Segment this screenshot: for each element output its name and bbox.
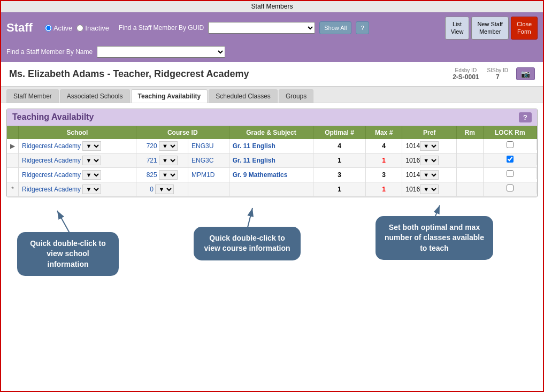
course-id-cell: 0 ▼: [136, 182, 188, 196]
table-row: Ridgecrest Academy ▼ 721 ▼ ENG3C Gr. 11 …: [7, 153, 537, 167]
staff-name-bar: Ms. Elizabeth Adams - Teacher, Ridgecres…: [1, 62, 543, 87]
grade-subject-cell: [229, 182, 313, 196]
optimal-cell: 1: [313, 182, 366, 196]
pref-select[interactable]: ▼: [420, 141, 439, 151]
school-link[interactable]: Ridgecrest Academy: [22, 186, 81, 193]
svg-line-0: [57, 211, 71, 235]
course-code-cell: ENG3C: [188, 153, 229, 167]
school-cell: Ridgecrest Academy ▼: [19, 153, 136, 167]
rm-header: Rm: [457, 126, 483, 139]
pref-cell: 1014▼: [402, 139, 457, 153]
row-indicator: *: [7, 182, 19, 196]
new-staff-button[interactable]: New StaffMember: [471, 17, 509, 40]
max-cell: 1: [365, 182, 402, 196]
school-select[interactable]: ▼: [82, 170, 101, 180]
rm-cell: [457, 182, 483, 196]
indicator-col: [7, 126, 19, 139]
table-body: ▶ Ridgecrest Academy ▼ 720 ▼ ENG3U Gr. 1…: [7, 139, 537, 197]
school-select[interactable]: ▼: [82, 156, 101, 165]
pref-header: Pref: [402, 126, 457, 139]
grade-subject-header: Grade & Subject: [229, 126, 313, 139]
right-buttons: ListView New StaffMember CloseForm: [445, 17, 538, 40]
pref-select[interactable]: ▼: [420, 170, 439, 180]
lock-checkbox[interactable]: [507, 141, 514, 148]
tooltip-school: Quick double-click to view school inform…: [17, 232, 119, 276]
tab-staff-member[interactable]: Staff Member: [6, 89, 59, 103]
lock-checkbox[interactable]: [507, 170, 514, 177]
teaching-help-button[interactable]: ?: [519, 112, 532, 122]
main-content: Teaching Availabilty ? School Course ID …: [1, 103, 543, 391]
photo-button[interactable]: 📷: [516, 67, 535, 80]
course-id-header: Course ID: [136, 126, 229, 139]
optimal-cell: 1: [313, 153, 366, 167]
title-bar: Staff Members: [1, 1, 543, 12]
tooltip-optimal: Set both optimal and max number of class…: [376, 216, 493, 260]
close-form-button[interactable]: CloseForm: [511, 17, 538, 40]
inactive-radio[interactable]: [76, 25, 83, 32]
find-name-select[interactable]: [97, 46, 225, 58]
optimal-cell: 3: [313, 167, 366, 182]
show-all-button[interactable]: Show All: [319, 21, 351, 34]
sisby-id-label: SISby ID: [487, 67, 508, 73]
staff-name: Ms. Elizabeth Adams - Teacher, Ridgecres…: [9, 68, 249, 80]
school-select[interactable]: ▼: [82, 185, 101, 194]
school-cell: Ridgecrest Academy ▼: [19, 139, 136, 153]
school-link[interactable]: Ridgecrest Academy: [22, 171, 81, 179]
table-header: School Course ID Grade & Subject Optimal…: [7, 126, 537, 139]
active-radio-label[interactable]: Active: [45, 24, 72, 32]
table-row: * Ridgecrest Academy ▼ 0 ▼ 1 1 1016▼: [7, 182, 537, 196]
grade-subject-cell: Gr. 11 English: [229, 139, 313, 153]
tab-scheduled-classes[interactable]: Scheduled Classes: [209, 89, 278, 103]
school-select[interactable]: ▼: [82, 141, 101, 151]
find-guid-select[interactable]: [208, 22, 315, 34]
pref-select[interactable]: ▼: [420, 156, 439, 165]
edsby-id-label: Edsby ID: [455, 67, 477, 73]
course-code-cell: MPM1D: [188, 167, 229, 182]
svg-line-1: [247, 208, 252, 229]
course-code-cell: [188, 182, 229, 196]
course-id-select[interactable]: ▼: [159, 141, 178, 151]
course-id-link[interactable]: 720: [147, 142, 157, 150]
lock-rm-cell: [484, 153, 537, 165]
lock-rm-cell: [484, 168, 537, 179]
course-id-select[interactable]: ▼: [159, 156, 178, 165]
title-text: Staff Members: [251, 3, 293, 10]
find-name-label: Find a Staff Member By Name: [6, 48, 93, 56]
sisby-id-group: SISby ID 7: [487, 67, 508, 81]
table-row: Ridgecrest Academy ▼ 825 ▼ MPM1D Gr. 9 M…: [7, 167, 537, 182]
max-cell: 4: [365, 139, 402, 153]
optimal-header: Optimal #: [313, 126, 366, 139]
active-radio[interactable]: [45, 25, 52, 32]
course-id-link[interactable]: 0: [150, 186, 154, 193]
course-id-link[interactable]: 721: [147, 157, 157, 164]
lock-rm-cell: [484, 139, 537, 150]
row-indicator: [7, 153, 19, 167]
list-view-button[interactable]: ListView: [445, 17, 470, 40]
school-link[interactable]: Ridgecrest Academy: [22, 142, 81, 150]
inactive-radio-label[interactable]: Inactive: [76, 24, 109, 32]
pref-cell: 1016▼: [402, 153, 457, 167]
school-cell: Ridgecrest Academy ▼: [19, 167, 136, 182]
course-id-select[interactable]: ▼: [155, 185, 174, 194]
rm-cell: [457, 167, 483, 182]
find-guid-label: Find a Staff Member By GUID: [119, 24, 204, 32]
help-button[interactable]: ?: [356, 21, 369, 34]
pref-select[interactable]: ▼: [420, 185, 439, 194]
school-link[interactable]: Ridgecrest Academy: [22, 157, 81, 164]
lock-checkbox[interactable]: [507, 185, 514, 191]
row-indicator: ▶: [7, 139, 19, 153]
tab-groups[interactable]: Groups: [279, 89, 313, 103]
lock-checkbox[interactable]: [507, 156, 514, 163]
tab-associated-schools[interactable]: Associated Schools: [60, 89, 130, 103]
teaching-header: Teaching Availabilty ?: [7, 109, 537, 126]
course-id-link[interactable]: 825: [147, 171, 157, 179]
school-cell: Ridgecrest Academy ▼: [19, 182, 136, 196]
tooltip-course: Quick double-click to view course inform…: [194, 227, 301, 260]
max-cell: 1: [365, 153, 402, 167]
course-code-cell: ENG3U: [188, 139, 229, 153]
toolbar2: Find a Staff Member By Name: [1, 44, 543, 62]
pref-cell: 1014▼: [402, 167, 457, 182]
tab-teaching-availability[interactable]: Teaching Availability: [131, 89, 208, 103]
course-id-select[interactable]: ▼: [159, 170, 178, 180]
availability-table: School Course ID Grade & Subject Optimal…: [7, 126, 537, 197]
